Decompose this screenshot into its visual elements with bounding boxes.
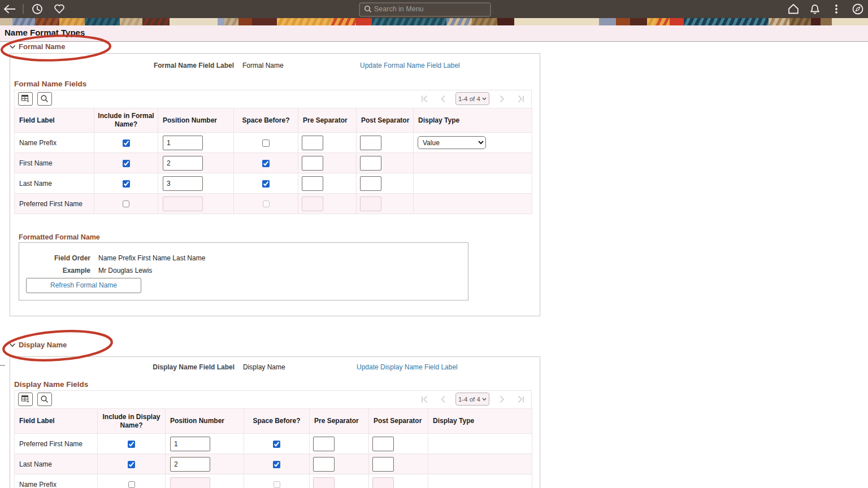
- svg-text:Search in Menu: Search in Menu: [374, 5, 424, 13]
